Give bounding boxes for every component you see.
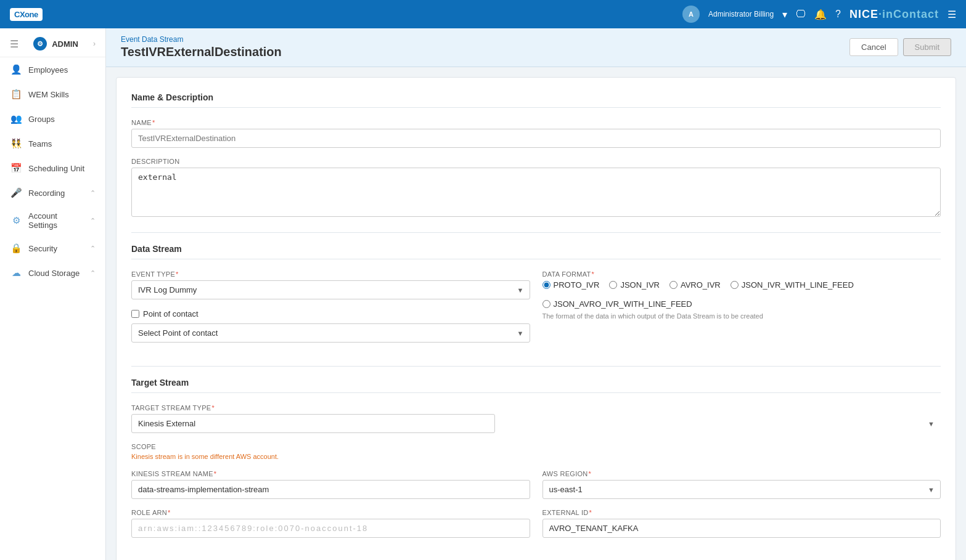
sidebar-item-recording[interactable]: 🎤 Recording ⌃: [0, 181, 105, 205]
grid-icon[interactable]: ☰: [948, 9, 956, 20]
name-field-group: NAME*: [131, 119, 941, 148]
data-format-field-group: DATA FORMAT* PROTO_IVR JSON_IVR: [542, 270, 941, 320]
sidebar-item-groups[interactable]: 👥 Groups: [0, 107, 105, 131]
event-type-label: EVENT TYPE*: [131, 270, 530, 278]
sidebar-item-account-settings[interactable]: ⚙ Account Settings ⌃: [0, 205, 105, 236]
kinesis-name-input[interactable]: [131, 480, 530, 499]
admin-arrow-icon[interactable]: ›: [93, 39, 96, 48]
submit-button[interactable]: Submit: [903, 38, 951, 56]
page-header: Event Data Stream TestIVRExternalDestina…: [106, 28, 966, 67]
event-type-select[interactable]: IVR Log Dummy Agent Log Contact Log: [131, 280, 530, 299]
sidebar-item-scheduling-unit[interactable]: 📅 Scheduling Unit: [0, 156, 105, 181]
event-type-select-wrapper: IVR Log Dummy Agent Log Contact Log ▼: [131, 280, 530, 299]
admin-label: ⚙ ADMIN: [33, 37, 78, 51]
event-type-column: EVENT TYPE* IVR Log Dummy Agent Log Cont…: [131, 270, 530, 352]
point-of-contact-checkbox-label[interactable]: Point of contact: [131, 309, 530, 319]
data-stream-section-title: Data Stream: [131, 244, 941, 259]
external-id-input[interactable]: [542, 519, 941, 538]
chevron-down-icon[interactable]: ▾: [782, 9, 787, 20]
scope-hint: Kinesis stream is in some different AWS …: [131, 453, 941, 460]
aws-region-select[interactable]: us-east-1 us-east-2 us-west-1 eu-west-1: [542, 480, 941, 499]
name-label: NAME*: [131, 119, 941, 126]
role-arn-field-group: ROLE ARN*: [131, 509, 530, 538]
sidebar-item-wem-skills[interactable]: 📋 WEM Skills: [0, 82, 105, 107]
account-settings-chevron-icon: ⌃: [90, 217, 96, 225]
radio-json-avro-lf[interactable]: JSON_AVRO_IVR_WITH_LINE_FEED: [542, 299, 692, 309]
recording-icon: 🎤: [10, 187, 22, 199]
teams-icon: 👯: [10, 137, 22, 150]
section-divider-2: [131, 366, 941, 367]
point-of-contact-text: Point of contact: [143, 309, 199, 319]
external-id-field-group: EXTERNAL ID*: [542, 509, 941, 538]
external-id-label: EXTERNAL ID*: [542, 509, 941, 516]
settings-icon: ⚙: [10, 214, 22, 227]
cancel-button[interactable]: Cancel: [849, 38, 898, 56]
sidebar-label-teams: Teams: [28, 139, 96, 148]
target-type-chevron-icon: ▼: [928, 420, 935, 428]
data-format-radio-group: PROTO_IVR JSON_IVR AVRO_IVR: [542, 280, 941, 309]
point-of-contact-group: Point of contact Select Point of contact…: [131, 309, 530, 343]
target-type-field-group: TARGET STREAM TYPE* Kinesis External Kin…: [131, 404, 941, 433]
sidebar-label-security: Security: [28, 244, 84, 253]
page-title: TestIVRExternalDestination: [121, 45, 282, 59]
target-type-select[interactable]: Kinesis External Kinesis Internal Kafka: [131, 414, 495, 433]
role-arn-label: ROLE ARN*: [131, 509, 530, 516]
bell-icon[interactable]: 🔔: [814, 9, 827, 20]
sidebar-label-groups: Groups: [28, 115, 96, 124]
recording-chevron-icon: ⌃: [90, 189, 96, 197]
nice-sub: ·inContact: [878, 8, 939, 20]
point-of-contact-select-wrapper: Select Point of contact ▼: [131, 323, 530, 343]
hamburger-icon[interactable]: ☰: [10, 38, 18, 50]
sidebar: ☰ ⚙ ADMIN › 👤 Employees 📋 WEM Skills 👥 G…: [0, 28, 106, 560]
main-content: Event Data Stream TestIVRExternalDestina…: [106, 28, 966, 560]
radio-json-ivr[interactable]: JSON_IVR: [609, 280, 660, 290]
point-of-contact-checkbox[interactable]: [131, 310, 139, 318]
name-input[interactable]: [131, 129, 941, 148]
description-label: DESCRIPTION: [131, 158, 941, 165]
target-type-label: TARGET STREAM TYPE*: [131, 404, 941, 412]
target-type-select-wrapper: Kinesis External Kinesis Internal Kafka …: [131, 414, 941, 433]
aws-region-label: AWS REGION*: [542, 470, 941, 477]
radio-json-ivr-lf[interactable]: JSON_IVR_WITH_LINE_FEED: [731, 280, 854, 290]
sidebar-item-security[interactable]: 🔒 Security ⌃: [0, 236, 105, 261]
question-icon[interactable]: ?: [835, 9, 841, 20]
scope-label: SCOPE: [131, 443, 941, 450]
top-nav: CXone A Administrator Billing ▾ 🖵 🔔 ? NI…: [0, 0, 966, 28]
sidebar-item-cloud-storage[interactable]: ☁ Cloud Storage ⌃: [0, 261, 105, 285]
schedule-icon: 📅: [10, 162, 22, 174]
sidebar-label-employees: Employees: [28, 65, 96, 75]
admin-icon: ⚙: [33, 37, 47, 51]
header-left: Event Data Stream TestIVRExternalDestina…: [121, 34, 282, 59]
description-textarea[interactable]: external: [131, 168, 941, 217]
cxone-logo: CXone: [10, 8, 43, 21]
radio-proto-ivr[interactable]: PROTO_IVR: [542, 280, 600, 290]
nice-logo: NICE·inContact: [849, 8, 939, 21]
role-arn-input[interactable]: [131, 519, 530, 538]
breadcrumb[interactable]: Event Data Stream: [121, 35, 183, 44]
role-external-row: ROLE ARN* EXTERNAL ID*: [131, 509, 941, 548]
name-description-section-title: Name & Description: [131, 92, 941, 108]
sidebar-item-teams[interactable]: 👯 Teams: [0, 131, 105, 156]
admin-row: ☰ ⚙ ADMIN ›: [0, 28, 105, 57]
form-area: Name & Description NAME* DESCRIPTION ext…: [116, 77, 956, 560]
data-stream-two-col: EVENT TYPE* IVR Log Dummy Agent Log Cont…: [131, 270, 941, 352]
sidebar-label-scheduling-unit: Scheduling Unit: [28, 164, 96, 173]
kinesis-aws-row: KINESIS STREAM NAME* AWS REGION* us-east…: [131, 470, 941, 509]
cloud-icon: ☁: [10, 267, 22, 279]
cloud-storage-chevron-icon: ⌃: [90, 269, 96, 277]
person-icon: 👤: [10, 63, 22, 76]
point-of-contact-select[interactable]: Select Point of contact: [131, 323, 530, 343]
app-layout: ☰ ⚙ ADMIN › 👤 Employees 📋 WEM Skills 👥 G…: [0, 28, 966, 560]
radio-avro-ivr[interactable]: AVRO_IVR: [669, 280, 721, 290]
monitor-icon[interactable]: 🖵: [796, 9, 806, 20]
format-hint-text: The format of the data in which output o…: [542, 312, 941, 320]
scope-field-group: SCOPE Kinesis stream is in some differen…: [131, 443, 941, 460]
sidebar-label-cloud-storage: Cloud Storage: [28, 269, 84, 278]
user-name: Administrator Billing: [708, 10, 774, 18]
header-actions: Cancel Submit: [849, 38, 951, 56]
data-format-label: DATA FORMAT*: [542, 270, 941, 278]
security-chevron-icon: ⌃: [90, 245, 96, 253]
sidebar-label-recording: Recording: [28, 189, 84, 198]
sidebar-item-employees[interactable]: 👤 Employees: [0, 57, 105, 82]
kinesis-name-field-group: KINESIS STREAM NAME*: [131, 470, 530, 499]
